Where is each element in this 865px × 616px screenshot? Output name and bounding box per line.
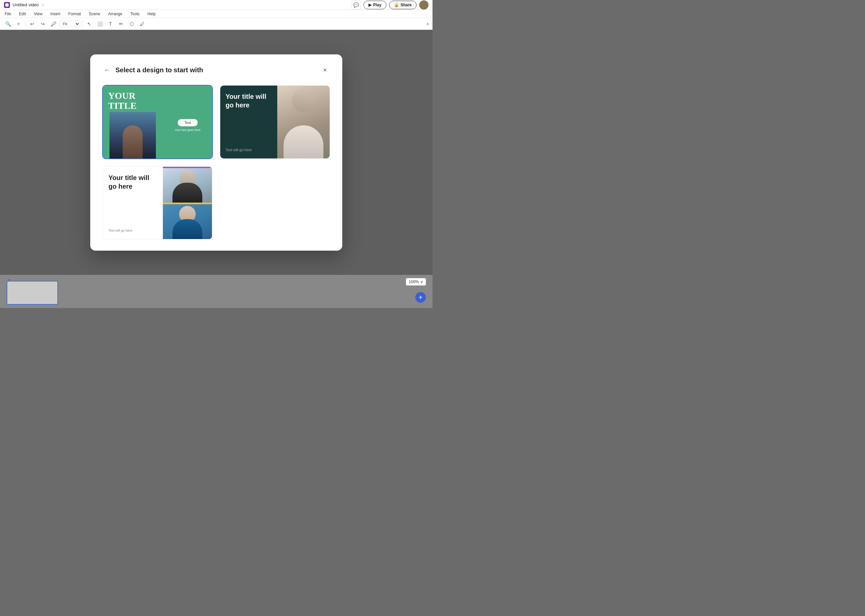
t1-left: YOUR TITLE bbox=[103, 86, 163, 159]
template-card-3[interactable]: Your title will go here Text will go her… bbox=[102, 166, 213, 240]
t1-text-area: Text Your text goes here bbox=[175, 119, 201, 132]
back-button[interactable]: ← bbox=[102, 66, 112, 75]
timeline-thumbnail[interactable] bbox=[6, 281, 58, 305]
template-3-preview: Your title will go here Text will go her… bbox=[103, 167, 212, 239]
dialog-title: Select a design to start with bbox=[115, 66, 203, 74]
menu-scene[interactable]: Scene bbox=[88, 11, 102, 17]
zoom-in-button[interactable]: 🔎 bbox=[49, 19, 58, 28]
t1-subtext: Your text goes here bbox=[175, 128, 201, 132]
add-icon: + bbox=[418, 294, 423, 302]
select-tool-button[interactable]: ↖ bbox=[85, 19, 94, 28]
t3-subtext: Text will go here bbox=[109, 229, 157, 233]
template-card-1[interactable]: YOUR TITLE Text bbox=[102, 85, 213, 159]
close-icon: × bbox=[323, 66, 327, 74]
toolbar-divider-2 bbox=[82, 20, 83, 27]
t2-title: Your title will go here bbox=[225, 92, 272, 109]
t1-right: Text Your text goes here bbox=[163, 86, 212, 159]
menu-view[interactable]: View bbox=[33, 11, 44, 17]
app-icon bbox=[4, 2, 10, 8]
shape-tool-button[interactable]: ⬡ bbox=[127, 19, 136, 28]
templates-grid: YOUR TITLE Text bbox=[102, 85, 330, 240]
play-icon: ▶ bbox=[368, 3, 371, 7]
undo-button[interactable]: ↩ bbox=[28, 19, 37, 28]
menu-arrange[interactable]: Arrange bbox=[107, 11, 124, 17]
menu-insert[interactable]: Insert bbox=[49, 11, 62, 17]
t1-photo bbox=[109, 112, 156, 159]
t1-title: YOUR TITLE bbox=[108, 91, 158, 112]
t2-subtext: Text will go here bbox=[225, 148, 272, 152]
menu-help[interactable]: Help bbox=[146, 11, 157, 17]
design-select-dialog: ← Select a design to start with × YOUR T… bbox=[90, 54, 342, 251]
template-2-preview: Your title will go here Text will go her… bbox=[220, 86, 330, 159]
comment-button[interactable]: 💬 bbox=[352, 0, 361, 9]
menu-file[interactable]: File bbox=[3, 11, 12, 17]
t1-btn: Text bbox=[178, 119, 198, 126]
menu-edit[interactable]: Edit bbox=[17, 11, 27, 17]
zoom-select[interactable]: Fit 50% 100% bbox=[59, 20, 80, 27]
menu-format[interactable]: Format bbox=[67, 11, 82, 17]
template-card-2[interactable]: Your title will go here Text will go her… bbox=[220, 85, 330, 159]
t3-left: Your title will go here Text will go her… bbox=[103, 167, 163, 239]
zoom-indicator[interactable]: 100% ∨ bbox=[406, 278, 426, 286]
zoom-search-button[interactable]: 🔍 bbox=[3, 19, 13, 28]
canvas-area: ← Select a design to start with × YOUR T… bbox=[0, 30, 432, 275]
avatar[interactable] bbox=[419, 0, 429, 9]
title-area: Untitled video ☆ bbox=[13, 2, 45, 7]
add-scene-button[interactable]: + bbox=[415, 292, 426, 303]
close-button[interactable]: × bbox=[320, 65, 330, 75]
menu-bar: File Edit View Insert Format Scene Arran… bbox=[0, 10, 432, 18]
toolbar-collapse[interactable]: ∧ bbox=[426, 22, 429, 26]
draw-tool-button[interactable]: ✏ bbox=[116, 19, 126, 28]
back-icon: ← bbox=[104, 67, 110, 74]
top-bar-right: 💬 ▶ Play 🔒 Share bbox=[352, 0, 429, 9]
toolbar-divider-1 bbox=[25, 20, 25, 27]
zoom-value: 100% bbox=[409, 280, 419, 284]
text-tool-button[interactable]: T bbox=[106, 19, 115, 28]
dialog-overlay: ← Select a design to start with × YOUR T… bbox=[0, 30, 432, 275]
toolbar: 🔍 ＋ ↩ ↪ 🔎 Fit 50% 100% ↖ ⬜ T ✏ ⬡ 🖊 ∧ bbox=[0, 18, 432, 30]
dialog-header: ← Select a design to start with × bbox=[102, 65, 330, 75]
add-button[interactable]: ＋ bbox=[14, 19, 23, 28]
share-button[interactable]: 🔒 Share bbox=[389, 1, 417, 9]
t3-title: Your title will go here bbox=[109, 173, 157, 191]
t3-right bbox=[163, 167, 212, 239]
dialog-header-left: ← Select a design to start with bbox=[102, 66, 203, 75]
bottom-area: ▼ 100% ∨ + bbox=[0, 275, 432, 308]
play-label: Play bbox=[373, 3, 381, 7]
t2-left: Your title will go here Text will go her… bbox=[220, 86, 277, 159]
zoom-chevron: ∨ bbox=[420, 280, 423, 284]
pen-tool-button[interactable]: 🖊 bbox=[138, 19, 147, 28]
doc-title: Untitled video bbox=[13, 2, 39, 7]
lock-icon: 🔒 bbox=[394, 3, 399, 7]
t3-photo-top bbox=[163, 167, 212, 203]
star-icon[interactable]: ☆ bbox=[41, 2, 45, 7]
top-bar: Untitled video ☆ 💬 ▶ Play 🔒 Share bbox=[0, 0, 432, 10]
frame-tool-button[interactable]: ⬜ bbox=[95, 19, 104, 28]
share-label: Share bbox=[401, 3, 412, 7]
t3-photo-bottom bbox=[163, 204, 212, 239]
redo-button[interactable]: ↪ bbox=[38, 19, 47, 28]
play-button[interactable]: ▶ Play bbox=[363, 1, 386, 9]
menu-tools[interactable]: Tools bbox=[129, 11, 141, 17]
template-1-preview: YOUR TITLE Text bbox=[103, 86, 212, 159]
template-empty-slot bbox=[220, 166, 330, 240]
t2-photo bbox=[277, 86, 330, 159]
